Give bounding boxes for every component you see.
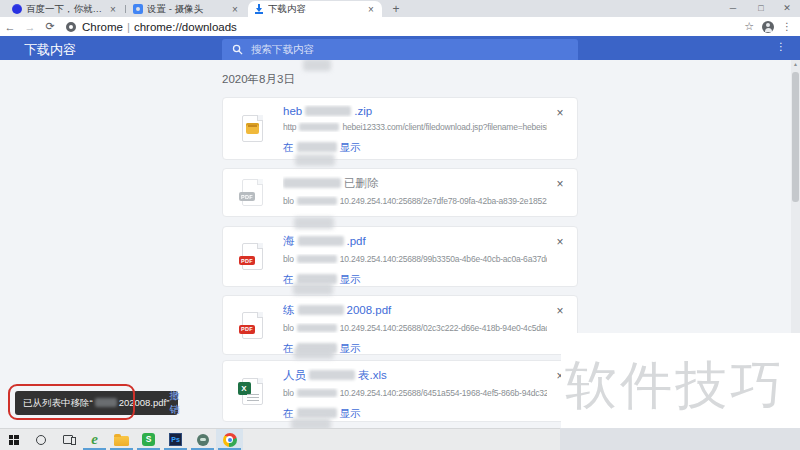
back-icon[interactable]: ←	[0, 21, 20, 33]
download-source-url: blo10.249.254.140:25688/99b3350a-4b6e-40…	[283, 254, 547, 264]
photoshop-icon: Ps	[169, 433, 182, 446]
url-text: chrome://downloads	[134, 21, 237, 33]
downloads-header: 下载内容 搜索下载内容 ⋮	[0, 36, 800, 60]
redaction-blur	[297, 142, 337, 152]
pdf-file-icon: PDF	[223, 169, 281, 216]
download-card: X 人员表.xls blo10.249.254.140:25688/6451a5…	[222, 360, 578, 422]
chrome-logo-icon	[223, 433, 237, 447]
remove-download-icon[interactable]: ×	[553, 106, 567, 120]
redaction-blur	[303, 60, 331, 71]
date-header: 2020年8月3日	[222, 72, 295, 87]
scrollbar-thumb[interactable]	[792, 72, 799, 202]
windows-logo-icon	[9, 435, 19, 445]
tab-title: 百度一下，你就知道	[26, 3, 104, 16]
tab-downloads[interactable]: 下载内容 ×	[248, 1, 382, 17]
url-separator: |	[123, 21, 134, 33]
redaction-blur	[294, 347, 334, 359]
redaction-blur	[309, 370, 355, 380]
taskbar-search-button[interactable]	[27, 429, 54, 450]
new-tab-button[interactable]: +	[388, 2, 404, 16]
tab-close-icon[interactable]: ×	[366, 4, 376, 15]
profile-avatar-icon[interactable]	[762, 21, 774, 33]
download-source-url: blo10.249.254.140:25688/6451a554-1968-4e…	[283, 388, 547, 398]
forward-icon[interactable]: →	[20, 21, 40, 33]
remove-download-icon[interactable]: ×	[553, 235, 567, 249]
red-highlight-annotation	[8, 384, 135, 420]
redaction-blur	[299, 123, 339, 131]
redaction-blur	[295, 154, 335, 166]
excel-file-icon: X	[223, 361, 281, 421]
show-in-folder-link[interactable]: 在显示	[283, 141, 547, 155]
redaction-blur	[297, 389, 337, 397]
scroll-up-icon[interactable]: ▲	[791, 61, 800, 67]
search-circle-icon	[36, 435, 46, 445]
redaction-blur	[297, 255, 337, 263]
tab-strip: 百度一下，你就知道 × 设置 - 摄像头 × 下载内容 × + ─ □ ✕	[0, 0, 800, 17]
download-filename-link[interactable]: 练2008.pdf	[283, 303, 547, 318]
tab-title: 下载内容	[268, 3, 362, 16]
remove-download-icon[interactable]: ×	[553, 304, 567, 318]
download-filename-deleted: 已删除	[283, 176, 547, 191]
download-source-url: blo10.249.254.140:25688/02c3c222-d66e-41…	[283, 323, 547, 333]
taskbar-photoshop[interactable]: Ps	[162, 429, 189, 450]
downloads-list: 2020年8月3日 heb.zip httphebei12333.com/cli…	[0, 60, 800, 428]
s-app-icon: S	[142, 433, 155, 446]
redaction-blur	[283, 178, 341, 188]
redaction-blur	[293, 283, 333, 295]
page-title: 下载内容	[24, 41, 76, 59]
download-filename-link[interactable]: 海.pdf	[283, 234, 547, 249]
redaction-blur	[297, 324, 337, 332]
tab-divider	[125, 5, 126, 13]
watermark-text: 软件技巧	[565, 351, 785, 421]
baidu-favicon	[12, 4, 22, 14]
download-card: PDF 已删除 blo10.249.254.140:25688/2e7dfe78…	[222, 168, 578, 217]
zip-file-icon	[223, 98, 281, 159]
pdf-file-icon: PDF	[223, 227, 281, 286]
taskbar-ie-browser[interactable]: e	[81, 429, 108, 450]
pdf-file-icon: PDF	[223, 296, 281, 354]
site-label: Chrome	[82, 21, 123, 33]
close-window-button[interactable]: ✕	[776, 0, 798, 16]
downloads-menu-icon[interactable]: ⋮	[776, 41, 786, 52]
watermark-box: 软件技巧	[561, 333, 800, 428]
browser-menu-icon[interactable]: ⋮	[782, 21, 792, 32]
download-source-url: blo10.249.254.140:25688/2e7dfe78-09fa-42…	[283, 196, 547, 206]
ie-browser-icon: e	[91, 432, 98, 447]
settings-gear-favicon	[133, 4, 143, 14]
taskbar-chat-app[interactable]	[189, 429, 216, 450]
redaction-blur	[294, 217, 334, 229]
minimize-button[interactable]: ─	[722, 0, 744, 16]
windows-taskbar: e S Ps	[0, 428, 560, 450]
download-card: PDF 练2008.pdf blo10.249.254.140:25688/02…	[222, 295, 578, 355]
tab-close-icon[interactable]: ×	[230, 4, 240, 15]
undo-button[interactable]: 撤销	[169, 389, 188, 417]
task-view-icon	[63, 435, 73, 444]
tab-settings[interactable]: 设置 - 摄像头 ×	[127, 1, 246, 17]
page-info-icon[interactable]	[66, 22, 76, 32]
redaction-blur	[305, 106, 351, 116]
tab-baidu[interactable]: 百度一下，你就知道 ×	[6, 1, 124, 17]
task-view-button[interactable]	[54, 429, 81, 450]
taskbar-chrome-browser[interactable]	[216, 429, 243, 450]
maximize-button[interactable]: □	[750, 0, 772, 16]
search-icon	[232, 44, 243, 55]
download-filename-link[interactable]: 人员表.xls	[283, 368, 547, 383]
browser-toolbar: ← → ⟳ Chrome|chrome://downloads ☆ ⋮	[0, 17, 800, 36]
redaction-blur	[298, 236, 344, 246]
address-bar[interactable]: Chrome|chrome://downloads	[82, 21, 237, 33]
taskbar-s-app[interactable]: S	[135, 429, 162, 450]
download-filename-link[interactable]: heb.zip	[283, 105, 547, 117]
download-source-url: httphebei12333.com/client/filedownload.j…	[283, 122, 547, 132]
search-placeholder: 搜索下载内容	[251, 43, 314, 57]
remove-download-icon[interactable]: ×	[553, 177, 567, 191]
redaction-blur	[297, 408, 337, 418]
search-input[interactable]: 搜索下载内容	[222, 39, 578, 60]
start-button[interactable]	[0, 429, 27, 450]
taskbar-file-explorer[interactable]	[108, 429, 135, 450]
scrollbar[interactable]: ▲	[791, 60, 800, 333]
reload-icon[interactable]: ⟳	[40, 20, 60, 33]
redaction-blur	[297, 197, 337, 205]
tab-close-icon[interactable]: ×	[108, 4, 118, 15]
folder-icon	[114, 436, 129, 446]
bookmark-star-icon[interactable]: ☆	[744, 20, 754, 33]
